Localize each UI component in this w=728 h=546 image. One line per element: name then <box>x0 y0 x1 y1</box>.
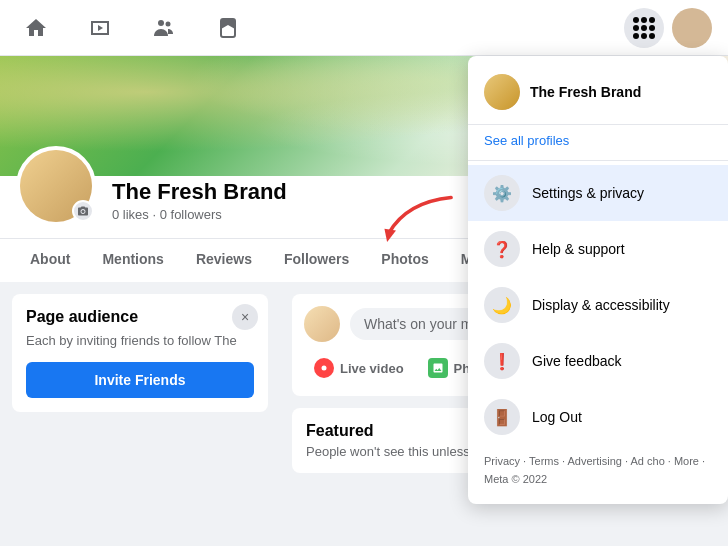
people-icon[interactable] <box>144 8 184 48</box>
see-all-profiles-link[interactable]: See all profiles <box>468 125 728 156</box>
svg-point-0 <box>158 20 164 26</box>
help-icon: ❓ <box>484 231 520 267</box>
home-icon[interactable] <box>16 8 56 48</box>
close-button[interactable]: × <box>232 304 258 330</box>
profile-info: The Fresh Brand 0 likes · 0 followers <box>112 179 287 226</box>
menu-item-display[interactable]: 🌙 Display & accessibility <box>468 277 728 333</box>
bookmark-icon[interactable] <box>208 8 248 48</box>
post-avatar <box>304 306 340 342</box>
edit-profile-picture-button[interactable] <box>72 200 94 222</box>
left-panel: × Page audience Each by inviting friends… <box>0 294 280 532</box>
menu-item-help[interactable]: ❓ Help & support <box>468 221 728 277</box>
menu-item-feedback-label: Give feedback <box>532 353 622 369</box>
menu-item-help-label: Help & support <box>532 241 625 257</box>
dropdown-footer: Privacy · Terms · Advertising · Ad cho ·… <box>468 445 728 496</box>
svg-marker-5 <box>384 229 396 242</box>
dropdown-divider-1 <box>468 160 728 161</box>
nav-right <box>624 8 712 48</box>
profile-pic-wrapper <box>16 146 96 226</box>
account-dropdown: The Fresh Brand See all profiles ⚙️ Sett… <box>468 56 728 504</box>
tab-about[interactable]: About <box>16 239 84 282</box>
display-icon: 🌙 <box>484 287 520 323</box>
user-avatar[interactable] <box>672 8 712 48</box>
dropdown-profile-name: The Fresh Brand <box>530 84 641 100</box>
grid-menu-button[interactable] <box>624 8 664 48</box>
arrow-indicator <box>380 192 460 256</box>
invite-friends-button[interactable]: Invite Friends <box>26 362 254 398</box>
tab-mentions[interactable]: Mentions <box>88 239 177 282</box>
page-audience-card: × Page audience Each by inviting friends… <box>12 294 268 412</box>
settings-icon: ⚙️ <box>484 175 520 211</box>
tab-followers[interactable]: Followers <box>270 239 363 282</box>
top-nav <box>0 0 728 56</box>
video-icon[interactable] <box>80 8 120 48</box>
menu-item-logout-label: Log Out <box>532 409 582 425</box>
nav-left <box>16 8 248 48</box>
profile-stats: 0 likes · 0 followers <box>112 207 287 222</box>
card-description: Each by inviting friends to follow The <box>26 332 254 350</box>
menu-item-settings[interactable]: ⚙️ Settings & privacy <box>468 165 728 221</box>
logout-icon: 🚪 <box>484 399 520 435</box>
tab-reviews[interactable]: Reviews <box>182 239 266 282</box>
photo-icon <box>428 358 448 378</box>
dropdown-profile-section[interactable]: The Fresh Brand <box>468 64 728 125</box>
menu-item-logout[interactable]: 🚪 Log Out <box>468 389 728 445</box>
feedback-icon: ❗ <box>484 343 520 379</box>
menu-item-settings-label: Settings & privacy <box>532 185 644 201</box>
menu-item-feedback[interactable]: ❗ Give feedback <box>468 333 728 389</box>
live-video-button[interactable]: Live video <box>304 352 414 384</box>
card-title: Page audience <box>26 308 254 326</box>
profile-name: The Fresh Brand <box>112 179 287 205</box>
svg-point-3 <box>82 210 85 213</box>
svg-point-1 <box>166 21 171 26</box>
menu-item-display-label: Display & accessibility <box>532 297 670 313</box>
live-video-icon <box>314 358 334 378</box>
svg-point-4 <box>322 366 327 371</box>
dropdown-avatar <box>484 74 520 110</box>
grid-dots-icon <box>633 17 655 39</box>
